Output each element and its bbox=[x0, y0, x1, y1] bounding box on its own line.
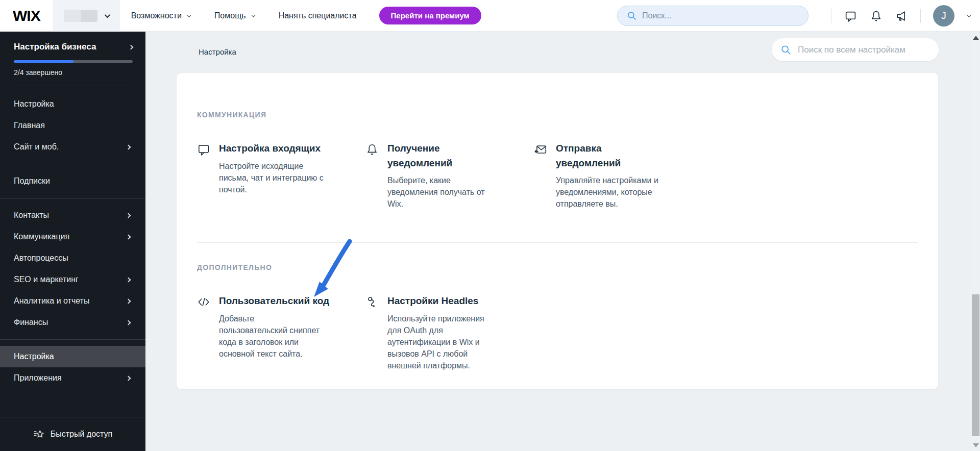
setup-progress-bar bbox=[14, 60, 133, 63]
nav-features-label: Возможности bbox=[131, 11, 182, 20]
sidebar-item-label: Настройка bbox=[14, 99, 54, 109]
section-items: Пользовательский код Добавьте пользовате… bbox=[197, 294, 918, 371]
top-bar: WIX Возможности Помощь Нанять специалист… bbox=[0, 0, 980, 32]
nav-features[interactable]: Возможности bbox=[131, 11, 190, 20]
sidebar-item-kontakty[interactable]: Контакты bbox=[0, 205, 145, 226]
main-content: Настройка КОММУНИКАЦИЯ Настройка входящи… bbox=[145, 32, 980, 451]
setting-item-title: Отправка уведомлений bbox=[556, 141, 664, 170]
sidebar-item-finansy[interactable]: Финансы bbox=[0, 312, 145, 333]
chat-icon bbox=[197, 141, 210, 223]
divider bbox=[14, 86, 133, 86]
sidebar-item-avtoprotsessy[interactable]: Автопроцессы bbox=[0, 247, 145, 269]
sidebar-item-label: Автопроцессы bbox=[14, 254, 68, 263]
wix-logo[interactable]: WIX bbox=[13, 7, 40, 24]
chevron-right-icon bbox=[126, 213, 131, 218]
business-setup-header: Настройка бизнеса 2/4 завершено bbox=[0, 32, 145, 86]
scroll-up-button[interactable] bbox=[973, 36, 979, 40]
settings-search-input[interactable] bbox=[798, 45, 930, 55]
nav-help[interactable]: Помощь bbox=[214, 11, 254, 20]
card-top-divider bbox=[197, 73, 918, 89]
sidebar-item-podpiski[interactable]: Подписки bbox=[0, 170, 145, 192]
chevron-down-icon bbox=[104, 12, 110, 17]
section-label: КОММУНИКАЦИЯ bbox=[197, 111, 918, 119]
divider bbox=[0, 198, 145, 198]
nav-help-label: Помощь bbox=[214, 11, 246, 20]
quick-access-star-icon bbox=[33, 429, 44, 440]
setting-item-headless[interactable]: Настройки Headles Используйте приложения… bbox=[365, 294, 534, 371]
section-items: Настройка входящих Настройте исходящие п… bbox=[197, 141, 918, 223]
top-nav: Возможности Помощь Нанять специалиста bbox=[131, 11, 357, 20]
sidebar-item-label: Главная bbox=[14, 121, 45, 130]
code-icon bbox=[197, 294, 210, 371]
sidebar-item-label: SEO и маркетинг bbox=[14, 275, 79, 284]
setting-item-desc: Используйте приложения для OAuth для аут… bbox=[387, 313, 492, 372]
setup-progress-fill bbox=[14, 60, 74, 63]
chevron-right-icon bbox=[129, 44, 134, 49]
site-selector-dropdown[interactable] bbox=[53, 0, 120, 32]
setting-item-title: Получение уведомлений bbox=[387, 141, 496, 170]
setting-item-title: Настройка входящих bbox=[219, 141, 324, 156]
search-icon bbox=[627, 11, 637, 21]
sidebar-item-sayt-i-mob[interactable]: Сайт и моб. bbox=[0, 136, 145, 158]
nav-hire-professional[interactable]: Нанять специалиста bbox=[279, 11, 357, 20]
global-search bbox=[617, 6, 808, 26]
site-name-redacted bbox=[64, 10, 97, 22]
setting-item-desc: Выберите, какие уведомления получать от … bbox=[387, 174, 492, 210]
sidebar-item-kommunikatsiya[interactable]: Коммуникация bbox=[0, 226, 145, 247]
account-chevron-down-icon[interactable] bbox=[967, 13, 971, 17]
sidebar-item-label: Приложения bbox=[14, 373, 62, 383]
chevron-down-icon bbox=[251, 13, 255, 17]
quick-access-button[interactable]: Быстрый доступ bbox=[0, 417, 145, 451]
nav-hire-label: Нанять специалиста bbox=[279, 11, 357, 20]
breadcrumb[interactable]: Настройка bbox=[199, 47, 236, 56]
divider bbox=[920, 9, 921, 23]
headless-icon bbox=[365, 294, 379, 371]
section-communication: КОММУНИКАЦИЯ Настройка входящих Настройт… bbox=[197, 89, 918, 243]
sidebar-item-seo-i-marketing[interactable]: SEO и маркетинг bbox=[0, 269, 145, 290]
search-icon bbox=[780, 44, 792, 56]
sidebar-item-label: Подписки bbox=[14, 177, 50, 186]
chevron-right-icon bbox=[126, 320, 131, 325]
quick-access-label: Быстрый доступ bbox=[51, 430, 113, 439]
notifications-bell-icon[interactable] bbox=[869, 9, 883, 22]
chevron-right-icon bbox=[126, 144, 131, 149]
sidebar-item-nastroyka-selected[interactable]: Настройка bbox=[0, 346, 145, 367]
setting-item-custom-code[interactable]: Пользовательский код Добавьте пользовате… bbox=[197, 294, 365, 371]
send-email-icon bbox=[534, 141, 547, 223]
sidebar-item-analitika-i-otchety[interactable]: Аналитика и отчеты bbox=[0, 290, 145, 312]
bell-icon bbox=[365, 141, 379, 223]
sidebar-item-label: Сайт и моб. bbox=[14, 142, 59, 152]
chevron-right-icon bbox=[126, 298, 131, 304]
setting-item-inbox[interactable]: Настройка входящих Настройте исходящие п… bbox=[197, 141, 365, 223]
sidebar: Настройка бизнеса 2/4 завершено Настройк… bbox=[0, 32, 145, 451]
setting-item-desc: Добавьте пользовательский сниппет кода в… bbox=[219, 313, 324, 360]
global-search-input[interactable] bbox=[642, 11, 795, 20]
scroll-down-button[interactable] bbox=[973, 443, 979, 447]
megaphone-icon[interactable] bbox=[895, 9, 908, 22]
sidebar-item-label: Коммуникация bbox=[14, 232, 69, 241]
setting-item-desc: Настройте исходящие письма, чат и интегр… bbox=[219, 160, 324, 196]
sidebar-item-glavnaya[interactable]: Главная bbox=[0, 115, 145, 136]
sidebar-item-label: Аналитика и отчеты bbox=[14, 296, 89, 306]
business-setup-toggle[interactable]: Настройка бизнеса bbox=[14, 42, 133, 52]
chevron-right-icon bbox=[126, 234, 131, 239]
section-label: ДОПОЛНИТЕЛЬНО bbox=[197, 263, 918, 271]
divider bbox=[0, 339, 145, 340]
sidebar-menu: Настройка Главная Сайт и моб. Подписки К… bbox=[0, 93, 145, 389]
setting-item-send-notifications[interactable]: Отправка уведомлений Управляйте настройк… bbox=[534, 141, 702, 223]
setting-item-get-notifications[interactable]: Получение уведомлений Выберите, какие ув… bbox=[365, 141, 534, 223]
avatar[interactable]: J bbox=[933, 5, 954, 27]
sidebar-item-nastroyka[interactable]: Настройка bbox=[0, 93, 145, 115]
settings-card: КОММУНИКАЦИЯ Настройка входящих Настройт… bbox=[177, 73, 938, 389]
chat-icon[interactable] bbox=[844, 9, 857, 22]
setting-item-title: Пользовательский код bbox=[219, 294, 329, 309]
sidebar-item-prilozheniya[interactable]: Приложения bbox=[0, 367, 145, 389]
divider bbox=[831, 9, 831, 23]
chevron-right-icon bbox=[126, 277, 131, 282]
top-right-actions: J bbox=[831, 0, 970, 32]
business-setup-title: Настройка бизнеса bbox=[14, 42, 96, 52]
divider bbox=[0, 164, 145, 164]
scrollbar-thumb[interactable] bbox=[972, 294, 979, 436]
upgrade-premium-button[interactable]: Перейти на премиум bbox=[379, 7, 481, 24]
settings-search bbox=[772, 38, 939, 61]
